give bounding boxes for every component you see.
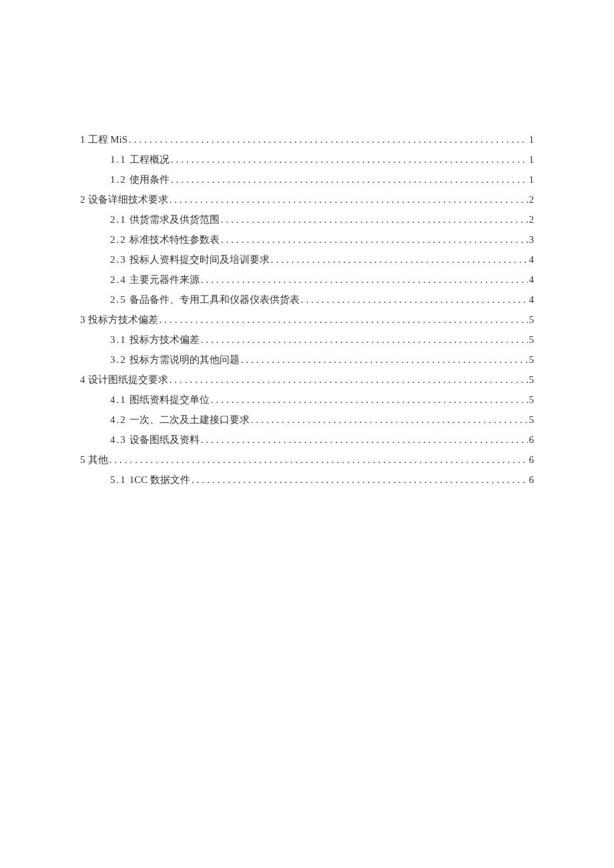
toc-number: 1.2: [110, 174, 127, 185]
toc-leader-dots: [201, 274, 528, 286]
toc-title: 供货需求及供货范围: [129, 213, 220, 226]
toc-title: 工程概况: [129, 153, 170, 166]
toc-number: 1.1: [110, 154, 127, 165]
toc-leader-dots: [171, 174, 528, 185]
toc-page-number: 6: [529, 474, 535, 486]
toc-number: 2.4: [110, 274, 127, 286]
toc-leader-dots: [221, 234, 528, 246]
toc-page-number: 4: [529, 294, 535, 306]
toc-page-number: 6: [529, 454, 535, 466]
toc-title: 投标人资料提交时间及培训要求: [129, 254, 270, 266]
toc-title: 设备图纸及资料: [129, 434, 200, 446]
toc-entry: 4设计图纸提交要求5: [80, 374, 534, 386]
toc-entry: 4.2一次、二次及土建接口要求5: [80, 414, 534, 426]
toc-entry: 3投标方技术偏差5: [80, 314, 534, 326]
toc-leader-dots: [301, 294, 528, 306]
toc-page-number: 5: [529, 394, 535, 406]
toc-title: 备品备件、专用工具和仪器仪表供货表: [129, 294, 300, 306]
toc-number: 3.1: [110, 334, 127, 346]
table-of-contents: 1工程 MiS11.1工程概况11.2使用条件12设备详细技术要求22.1供货需…: [80, 133, 534, 486]
toc-leader-dots: [129, 134, 527, 145]
toc-leader-dots: [211, 394, 528, 406]
toc-number: 2.1: [110, 214, 127, 226]
toc-title: 投标方技术偏差: [88, 314, 158, 326]
toc-number: 1: [80, 134, 85, 145]
toc-number: 4.1: [110, 394, 127, 406]
toc-entry: 2设备详细技术要求2: [80, 193, 534, 206]
toc-number: 2.5: [110, 294, 127, 306]
toc-page-number: 6: [529, 434, 535, 446]
toc-title: 投标方技术偏差: [129, 334, 200, 346]
toc-entry: 2.5备品备件、专用工具和仪器仪表供货表4: [80, 294, 534, 306]
toc-number: 4.2: [110, 414, 127, 426]
toc-leader-dots: [201, 434, 528, 446]
toc-title: 标准技术特性参数表: [129, 234, 220, 246]
toc-page-number: 4: [529, 254, 535, 266]
toc-page-number: 5: [529, 334, 535, 346]
toc-page-number: 2: [529, 214, 535, 226]
toc-entry: 2.3投标人资料提交时间及培训要求4: [80, 254, 534, 266]
toc-title: 设备详细技术要求: [88, 193, 168, 206]
toc-entry: 1.2使用条件1: [80, 173, 534, 186]
toc-number: 3: [80, 314, 85, 326]
toc-number: 3.2: [110, 354, 127, 366]
toc-leader-dots: [160, 314, 528, 326]
toc-number: 2: [80, 194, 85, 205]
toc-leader-dots: [271, 254, 528, 266]
toc-number: 4: [80, 374, 85, 386]
toc-leader-dots: [170, 194, 528, 205]
toc-title: 主要元器件来源: [129, 274, 200, 286]
toc-leader-dots: [170, 374, 528, 386]
toc-title: 一次、二次及土建接口要求: [129, 414, 250, 426]
toc-number: 5: [80, 454, 85, 466]
toc-title: 图纸资料提交单位: [129, 394, 210, 406]
toc-leader-dots: [251, 414, 528, 426]
toc-entry: 3.2投标方需说明的其他问题5: [80, 354, 534, 366]
toc-entry: 5.11CC 数据文件6: [80, 474, 534, 486]
toc-leader-dots: [192, 474, 527, 486]
toc-entry: 1.1工程概况1: [80, 153, 534, 166]
toc-entry: 4.1图纸资料提交单位5: [80, 394, 534, 406]
toc-entry: 4.3设备图纸及资料6: [80, 434, 534, 446]
toc-page-number: 1: [529, 154, 535, 165]
toc-number: 2.2: [110, 234, 127, 246]
toc-page-number: 2: [529, 194, 535, 205]
toc-leader-dots: [109, 454, 528, 466]
toc-entry: 3.1投标方技术偏差5: [80, 334, 534, 346]
toc-page-number: 5: [529, 314, 535, 326]
toc-title: 其他: [88, 454, 108, 466]
toc-page-number: 1: [529, 134, 535, 145]
toc-number: 4.3: [110, 434, 127, 446]
toc-entry: 2.2标准技术特性参数表3: [80, 234, 534, 246]
toc-page-number: 4: [529, 274, 535, 286]
toc-title: 1CC 数据文件: [129, 474, 190, 486]
toc-page-number: 3: [529, 234, 535, 246]
toc-entry: 2.1供货需求及供货范围2: [80, 213, 534, 226]
toc-page-number: 5: [529, 414, 535, 426]
toc-leader-dots: [171, 154, 528, 165]
toc-number: 5.1: [110, 474, 127, 486]
toc-leader-dots: [221, 214, 528, 226]
toc-leader-dots: [241, 354, 528, 366]
toc-page-number: 5: [529, 354, 535, 366]
toc-leader-dots: [201, 334, 528, 346]
toc-number: 2.3: [110, 254, 127, 266]
toc-entry: 1工程 MiS1: [80, 133, 534, 146]
toc-title: 使用条件: [129, 173, 170, 186]
toc-title: 投标方需说明的其他问题: [129, 354, 240, 366]
toc-page-number: 1: [529, 174, 535, 185]
toc-page-number: 5: [529, 374, 535, 386]
toc-entry: 2.4主要元器件来源4: [80, 274, 534, 286]
toc-entry: 5其他6: [80, 454, 534, 466]
toc-title: 设计图纸提交要求: [88, 374, 168, 386]
toc-title: 工程 MiS: [88, 133, 128, 146]
